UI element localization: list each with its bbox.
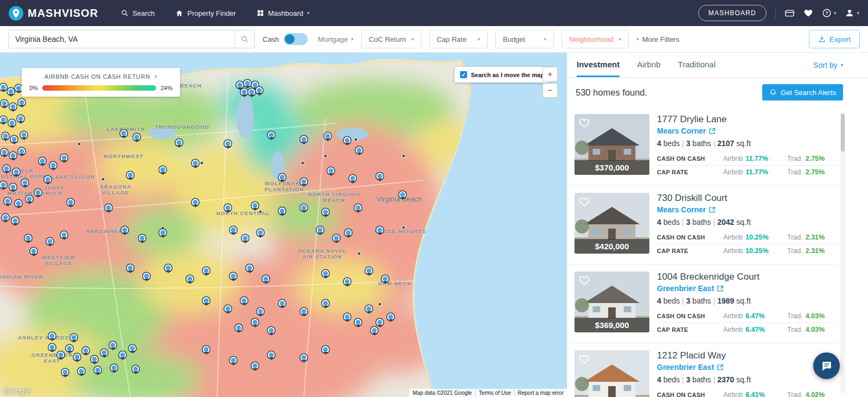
map-pin[interactable] (10, 184, 17, 191)
favorite-heart-icon[interactable] (578, 117, 590, 129)
map-pin[interactable] (301, 308, 308, 315)
map-pin[interactable] (0, 181, 7, 188)
map-pin[interactable] (279, 207, 286, 215)
map-pin[interactable] (301, 178, 308, 185)
map-pin[interactable] (119, 351, 126, 358)
neighborhood-filter[interactable]: Neighborhood▾ (561, 30, 629, 48)
account-user-icon[interactable]: ▾ (845, 8, 859, 18)
map-pin[interactable] (328, 167, 335, 174)
map-pin[interactable] (15, 200, 22, 207)
map-pin[interactable] (176, 139, 183, 146)
map-pin[interactable] (44, 176, 52, 183)
map-pin[interactable] (50, 162, 57, 169)
map-pin[interactable] (15, 85, 22, 92)
map-pin[interactable] (22, 179, 29, 186)
map-pin[interactable] (67, 199, 74, 206)
map-pin[interactable] (399, 191, 406, 198)
map-pin[interactable] (8, 88, 15, 95)
neighborhood-link[interactable]: Greenbrier East (657, 363, 837, 371)
map-pin[interactable] (242, 235, 249, 242)
map-pin[interactable] (39, 157, 46, 165)
property-address[interactable]: 1777 Drylie Lane (657, 114, 837, 125)
map-pin[interactable] (159, 229, 167, 236)
map-pin[interactable] (132, 366, 139, 373)
mortgage-dropdown[interactable]: Mortgage ▾ (318, 35, 353, 43)
cap-rate-filter[interactable]: Cap Rate▾ (429, 30, 488, 48)
map-pin[interactable] (376, 226, 384, 234)
mashboard-button[interactable]: MASHBOARD (698, 5, 767, 21)
map-pin[interactable] (246, 264, 253, 272)
tab-airbnb[interactable]: Airbnb (637, 53, 660, 77)
map-pin[interactable] (10, 152, 17, 159)
location-search-input[interactable] (9, 30, 235, 48)
map-pin[interactable] (165, 264, 172, 272)
map-pin[interactable] (349, 175, 356, 182)
map-pin[interactable] (9, 119, 16, 127)
map-pin[interactable] (244, 80, 251, 87)
map-pin[interactable] (252, 202, 259, 209)
map-pin[interactable] (133, 134, 141, 141)
map-pin[interactable] (230, 226, 237, 234)
map-pin[interactable] (25, 235, 32, 242)
zoom-in-button[interactable]: + (542, 67, 558, 81)
map-pin[interactable] (301, 354, 308, 361)
map-pin[interactable] (1, 100, 8, 107)
map-pin[interactable] (268, 131, 275, 138)
budget-filter[interactable]: Budget▾ (495, 30, 554, 48)
map-pin[interactable] (101, 349, 108, 356)
map-pin[interactable] (78, 368, 85, 375)
map-pin[interactable] (192, 160, 199, 167)
map-pin[interactable] (355, 319, 362, 326)
map-pin[interactable] (237, 81, 244, 89)
property-photo[interactable] (575, 350, 649, 397)
map-pin[interactable] (387, 313, 394, 320)
property-card[interactable]: $369,000 1004 Breckenridge Court Greenbr… (568, 264, 838, 343)
property-photo[interactable]: $420,000 (575, 193, 649, 254)
zoom-out-button[interactable]: − (542, 83, 558, 98)
map-pin[interactable] (143, 273, 150, 280)
map-pin[interactable] (257, 308, 264, 315)
map-pin[interactable] (4, 198, 11, 205)
report-map-error-link[interactable]: Report a map error (515, 389, 567, 397)
map-pin[interactable] (49, 332, 56, 339)
map-pin[interactable] (333, 235, 340, 242)
map-pin[interactable] (248, 89, 256, 96)
map-pin[interactable] (139, 235, 146, 242)
sort-by-dropdown[interactable]: Sort by ▾ (813, 53, 843, 77)
map-pin[interactable] (235, 324, 242, 331)
map-pin[interactable] (344, 313, 351, 320)
map-pin[interactable] (241, 297, 248, 304)
map-pin[interactable] (61, 154, 68, 161)
tab-traditional[interactable]: Traditional (678, 53, 716, 77)
map-pin[interactable] (61, 231, 68, 238)
help-icon[interactable]: ? ▾ (822, 8, 837, 18)
map-pin[interactable] (203, 346, 210, 353)
map-pin[interactable] (122, 226, 129, 234)
map-pin[interactable] (127, 264, 134, 272)
map-pin[interactable] (268, 327, 275, 334)
nav-mashboard[interactable]: Mashboard ▾ (257, 9, 310, 17)
map-pin[interactable] (344, 137, 351, 144)
map-pin[interactable] (322, 346, 329, 353)
map-pin[interactable] (71, 334, 78, 341)
map-pin[interactable] (366, 267, 373, 274)
map-pin[interactable] (225, 204, 232, 211)
chat-widget-button[interactable] (813, 352, 840, 379)
map-pin[interactable] (279, 300, 286, 307)
map-pin[interactable] (21, 131, 28, 138)
map-pin[interactable] (66, 345, 73, 352)
map-pin[interactable] (62, 369, 69, 376)
map-pin[interactable] (35, 189, 42, 196)
billing-card-icon[interactable] (784, 8, 795, 18)
map-pin[interactable] (263, 275, 270, 282)
property-address[interactable]: 1004 Breckenridge Court (657, 272, 837, 282)
search-submit-button[interactable] (235, 30, 254, 48)
nav-search[interactable]: Search (121, 9, 155, 17)
map-pin[interactable] (252, 362, 259, 369)
map-pin[interactable] (17, 115, 24, 122)
property-address[interactable]: 730 Driskill Court (657, 193, 837, 204)
neighborhood-link[interactable]: Mears Corner (657, 127, 837, 135)
favorites-heart-icon[interactable] (803, 8, 813, 18)
property-address[interactable]: 1212 Placid Way (657, 350, 837, 361)
map-pin[interactable] (366, 305, 373, 312)
